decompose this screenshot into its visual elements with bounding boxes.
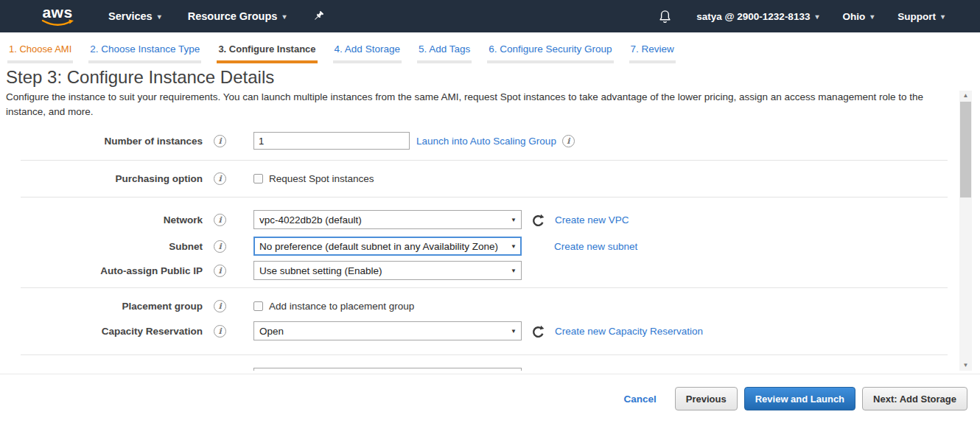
info-icon[interactable]: i (214, 135, 226, 147)
scroll-up-arrow-icon[interactable]: ▲ (959, 91, 972, 101)
dropdown-arrow-icon: ▼ (511, 268, 517, 274)
next-add-storage-button[interactable]: Next: Add Storage (862, 387, 967, 410)
page-description: Configure the instance to suit your requ… (6, 90, 955, 119)
resource-groups-menu[interactable]: Resource Groups ▾ (188, 10, 287, 22)
region-label: Ohio (842, 11, 865, 22)
network-label: Network (0, 214, 203, 226)
account-menu[interactable]: satya @ 2900-1232-8133 ▾ (696, 11, 819, 22)
support-menu[interactable]: Support ▾ (897, 11, 945, 22)
network-row: Network i vpc-4022db2b (default) ▼ Creat… (0, 209, 980, 230)
create-new-vpc-link[interactable]: Create new VPC (555, 214, 629, 226)
account-label: satya @ 2900-1232-8133 (696, 11, 810, 22)
tab-configure-security-group[interactable]: 6. Configure Security Group (487, 43, 613, 63)
support-label: Support (897, 11, 936, 22)
bell-icon (659, 10, 671, 24)
refresh-icon (531, 371, 545, 371)
chevron-down-icon: ▾ (815, 13, 819, 21)
row-divider (21, 160, 948, 161)
request-spot-instances-checkbox-label[interactable]: Request Spot instances (269, 173, 374, 184)
capacity-reservation-label: Capacity Reservation (0, 326, 203, 337)
dropdown-arrow-icon: ▼ (511, 243, 517, 250)
tab-add-storage[interactable]: 4. Add Storage (333, 43, 402, 63)
pin-icon (312, 10, 324, 22)
cancel-link[interactable]: Cancel (624, 394, 657, 405)
iam-role-select[interactable]: ▼ (253, 368, 522, 371)
tab-configure-instance[interactable]: 3. Configure Instance (217, 43, 317, 63)
page-title: Step 3: Configure Instance Details (6, 66, 980, 88)
iam-role-row-partial: IAM role i ▼ (0, 367, 980, 371)
wizard-footer: Cancel Previous Review and Launch Next: … (0, 374, 980, 423)
network-select-value: vpc-4022db2b (default) (259, 214, 506, 226)
info-icon[interactable]: i (214, 240, 226, 253)
chevron-down-icon: ▾ (870, 13, 874, 21)
number-of-instances-label: Number of instances (0, 136, 203, 147)
subnet-select-value: No preference (default subnet in any Ava… (259, 241, 506, 252)
auto-assign-public-ip-select[interactable]: Use subnet setting (Enable) ▼ (253, 261, 522, 280)
number-of-instances-row: Number of instances i Launch into Auto S… (0, 130, 980, 151)
refresh-icon (531, 324, 545, 338)
info-icon[interactable]: i (214, 265, 226, 277)
chevron-down-icon: ▾ (282, 13, 286, 21)
services-menu[interactable]: Services ▾ (108, 10, 161, 22)
purchasing-option-label: Purchasing option (0, 173, 203, 184)
info-icon[interactable]: i (562, 135, 575, 147)
wizard-step-tabs: 1. Choose AMI 2. Choose Instance Type 3.… (0, 32, 980, 63)
dropdown-arrow-icon: ▼ (511, 328, 517, 335)
services-label: Services (108, 10, 153, 22)
add-instance-to-placement-group-checkbox[interactable] (253, 301, 263, 311)
info-icon[interactable]: i (214, 300, 226, 312)
review-and-launch-button[interactable]: Review and Launch (744, 387, 855, 410)
capacity-reservation-select-value: Open (259, 326, 506, 337)
info-icon[interactable]: i (214, 214, 226, 226)
wizard-content: Step 3: Configure Instance Details Confi… (0, 63, 980, 371)
request-spot-instances-checkbox[interactable] (253, 174, 263, 183)
network-select[interactable]: vpc-4022db2b (default) ▼ (253, 210, 522, 229)
add-instance-to-placement-group-checkbox-label[interactable]: Add instance to placement group (269, 301, 414, 312)
refresh-capacity-reservation-button[interactable] (531, 324, 545, 338)
aws-logo[interactable]: aws (41, 5, 74, 27)
row-divider (21, 287, 948, 288)
tab-add-tags[interactable]: 5. Add Tags (417, 43, 472, 63)
subnet-row: Subnet i No preference (default subnet i… (0, 236, 980, 256)
previous-button[interactable]: Previous (675, 387, 738, 410)
launch-into-auto-scaling-group-link[interactable]: Launch into Auto Scaling Group (416, 136, 556, 147)
info-icon[interactable]: i (214, 325, 226, 338)
subnet-label: Subnet (0, 241, 203, 252)
dropdown-arrow-icon: ▼ (511, 217, 517, 223)
purchasing-option-row: Purchasing option i Request Spot instanc… (0, 169, 980, 187)
subnet-select[interactable]: No preference (default subnet in any Ava… (253, 237, 522, 256)
auto-assign-public-ip-label: Auto-assign Public IP (0, 265, 203, 276)
capacity-reservation-row: Capacity Reservation i Open ▼ Create new… (0, 321, 980, 341)
tab-choose-ami[interactable]: 1. Choose AMI (7, 43, 73, 63)
vertical-scrollbar[interactable]: ▲ ▼ (959, 91, 972, 371)
placement-group-label: Placement group (0, 301, 203, 312)
aws-logo-text: aws (42, 5, 72, 19)
row-divider (21, 197, 948, 197)
tab-review[interactable]: 7. Review (629, 43, 676, 63)
number-of-instances-input[interactable] (253, 132, 410, 150)
top-navigation-bar: aws Services ▾ Resource Groups ▾ (0, 0, 980, 32)
capacity-reservation-select[interactable]: Open ▼ (253, 321, 522, 340)
region-menu[interactable]: Ohio ▾ (842, 11, 874, 22)
pin-shortcut-button[interactable] (312, 10, 324, 22)
placement-group-row: Placement group i Add instance to placem… (0, 297, 980, 315)
scroll-down-arrow-icon[interactable]: ▼ (959, 360, 972, 371)
row-divider (21, 354, 948, 355)
refresh-network-button[interactable] (531, 213, 545, 227)
refresh-iam-role-button[interactable] (531, 371, 545, 371)
create-new-subnet-link[interactable]: Create new subnet (554, 241, 637, 252)
info-icon[interactable]: i (214, 172, 226, 185)
scrollbar-thumb[interactable] (960, 102, 971, 197)
auto-assign-public-ip-row: Auto-assign Public IP i Use subnet setti… (0, 260, 980, 281)
chevron-down-icon: ▾ (158, 13, 161, 21)
resource-groups-label: Resource Groups (188, 10, 278, 22)
aws-smile-icon (41, 19, 74, 27)
auto-assign-public-ip-select-value: Use subnet setting (Enable) (259, 265, 506, 276)
chevron-down-icon: ▾ (941, 13, 945, 21)
create-new-capacity-reservation-link[interactable]: Create new Capacity Reservation (555, 326, 703, 337)
tab-choose-instance-type[interactable]: 2. Choose Instance Type (88, 43, 201, 63)
notifications-button[interactable] (659, 10, 671, 24)
top-navigation-right: satya @ 2900-1232-8133 ▾ Ohio ▾ Support … (659, 10, 945, 24)
refresh-icon (531, 213, 545, 227)
